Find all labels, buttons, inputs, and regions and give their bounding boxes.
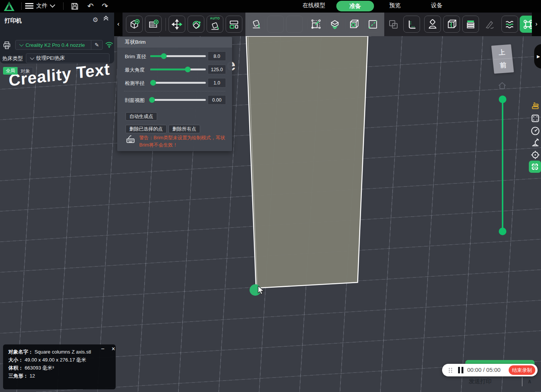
drag-handle-icon[interactable] <box>448 367 453 373</box>
support-figure-icon <box>427 19 438 30</box>
brim-diameter-value[interactable]: 8.0 <box>208 51 226 61</box>
layer-height-button[interactable] <box>462 16 479 33</box>
speed-gauge-button[interactable] <box>530 125 541 137</box>
crack-repair-button[interactable] <box>443 16 460 33</box>
edit-printer-button[interactable]: ✎ <box>91 40 102 49</box>
caret-up-icon[interactable]: ∧ <box>527 378 532 385</box>
home-view-icon[interactable] <box>498 81 507 90</box>
max-angle-slider[interactable] <box>150 69 206 70</box>
chevron-down-icon <box>19 42 24 46</box>
object-size-value: 49.00 x 49.00 x 276.17 毫米 <box>25 357 86 363</box>
brim-diameter-label: Brim 直径 <box>125 53 146 60</box>
rotate-tool-button[interactable] <box>188 16 204 33</box>
warning-row: 警告：Brim类型未设置为绘制模式，耳状Brim将不会生效！ <box>126 134 227 149</box>
pause-icon[interactable] <box>458 367 465 375</box>
send-print-row[interactable]: 发送打印 ∧ <box>453 378 538 386</box>
tab-global[interactable]: 全局 <box>3 67 18 75</box>
recording-time: 00:00 / 05:00 <box>467 367 501 373</box>
view-cube[interactable]: 上 前 <box>491 44 514 73</box>
lamp-button[interactable] <box>530 137 541 148</box>
printer-panel-title: 打印机 <box>5 17 22 24</box>
disabled-tool-button <box>267 16 284 33</box>
wifi-icon[interactable] <box>105 41 113 48</box>
measure-endpoint-top[interactable] <box>499 96 506 103</box>
view-cube-top-face[interactable]: 上 <box>492 47 512 57</box>
section-view-value[interactable]: 0.00 <box>208 95 226 105</box>
file-menu[interactable]: 文件 <box>36 2 48 10</box>
undo-button[interactable]: ↶ <box>85 1 96 11</box>
stop-recording-button[interactable]: 结束录制 <box>509 365 535 375</box>
toolbar-collapse-button[interactable]: ‹ <box>114 13 123 36</box>
brim-diameter-slider[interactable] <box>150 55 206 57</box>
view-options-button[interactable] <box>529 161 541 173</box>
tab-object[interactable]: 对象 <box>18 67 33 75</box>
save-button[interactable] <box>69 1 80 10</box>
focus-target-button[interactable] <box>530 149 541 161</box>
tab-prepare[interactable]: 准备 <box>336 1 374 11</box>
clone-icon <box>388 19 399 30</box>
model-edge <box>248 36 257 287</box>
drop-model-icon <box>329 19 341 30</box>
place-on-face-button[interactable] <box>248 16 265 33</box>
detect-radius-slider[interactable] <box>150 82 206 84</box>
printer-select[interactable]: Creality K2 Pro 0.4 nozzle ✎ <box>15 40 103 50</box>
measure-endpoint-bottom[interactable] <box>499 228 506 235</box>
cut-tool-button[interactable] <box>364 16 381 33</box>
model-square-column[interactable] <box>246 36 368 288</box>
minimize-button[interactable]: − <box>99 345 107 353</box>
divider <box>522 377 522 386</box>
move-tool-button[interactable] <box>169 16 185 33</box>
bed-type-label: 热床类型 <box>2 55 23 62</box>
rotate-icon <box>190 19 202 30</box>
arrange-button[interactable] <box>226 16 242 33</box>
scale-tool-button[interactable] <box>307 16 324 33</box>
cut-icon <box>367 19 379 30</box>
cracked-cube-icon <box>446 19 457 30</box>
fuzzy-skin-button[interactable] <box>501 16 518 33</box>
screen-recorder-widget[interactable]: 00:00 / 05:00 结束录制 <box>442 364 538 376</box>
max-angle-label: 最大角度 <box>125 67 145 73</box>
seam-pen-icon <box>484 19 495 30</box>
close-icon[interactable]: × <box>110 345 117 353</box>
bed-type-select[interactable]: 纹理PEI热床 <box>26 53 110 63</box>
collapse-panel-button[interactable] <box>104 16 108 20</box>
add-plate-button[interactable] <box>145 16 162 33</box>
max-angle-value[interactable]: 125.0 <box>208 65 226 74</box>
delete-selected-points-button[interactable]: 删除已选择的点 <box>126 125 167 133</box>
redo-button[interactable]: ↷ <box>100 1 110 11</box>
printer-panel: 打印机 ⚙ Creality K2 Pro 0.4 nozzle ✎ 热床类型 … <box>0 13 114 64</box>
gear-icon[interactable]: ⚙ <box>92 16 98 24</box>
hamburger-menu-icon[interactable] <box>25 3 33 9</box>
delete-all-points-button[interactable]: 删除所有点 <box>169 125 200 133</box>
place-on-face-icon <box>251 19 262 30</box>
view-cube-front-face[interactable]: 前 <box>493 60 514 70</box>
chevron-down-icon[interactable] <box>50 2 55 8</box>
add-cube-icon <box>129 19 140 30</box>
support-paint-button[interactable] <box>424 16 441 33</box>
toolbar-expand-button[interactable]: › <box>532 13 541 36</box>
exploded-view-button[interactable] <box>530 100 541 112</box>
tab-preview[interactable]: 预览 <box>383 2 406 9</box>
drop-model-button[interactable] <box>326 16 343 33</box>
target-icon <box>530 150 540 160</box>
build-plate-button[interactable] <box>530 113 541 124</box>
printer-icon <box>2 41 11 50</box>
seam-paint-button[interactable] <box>481 16 498 33</box>
auto-orient-button[interactable]: AUTO <box>207 16 223 33</box>
object-name-label: 对象名字： <box>8 349 33 355</box>
section-view-slider[interactable] <box>150 99 206 101</box>
measure-button[interactable] <box>403 16 420 33</box>
creality-logo <box>3 1 15 11</box>
mouse-cursor <box>257 286 266 295</box>
tab-device[interactable]: 设备 <box>425 2 448 9</box>
right-panel-expand-handle[interactable]: ▶ <box>534 44 541 69</box>
object-volume-row: 体积： 663093 毫米³ <box>8 365 54 371</box>
auto-generate-points-button[interactable]: 自动生成点 <box>126 112 157 121</box>
tab-online-models[interactable]: 在线模型 <box>297 2 331 9</box>
bed-type-value: 纹理PEI热床 <box>36 55 109 62</box>
add-model-button[interactable] <box>126 16 143 33</box>
drill-hole-button[interactable] <box>345 16 362 33</box>
detect-radius-value[interactable]: 1.0 <box>208 78 226 88</box>
clone-button[interactable] <box>385 16 402 33</box>
send-print-label[interactable]: 发送打印 <box>469 378 492 385</box>
